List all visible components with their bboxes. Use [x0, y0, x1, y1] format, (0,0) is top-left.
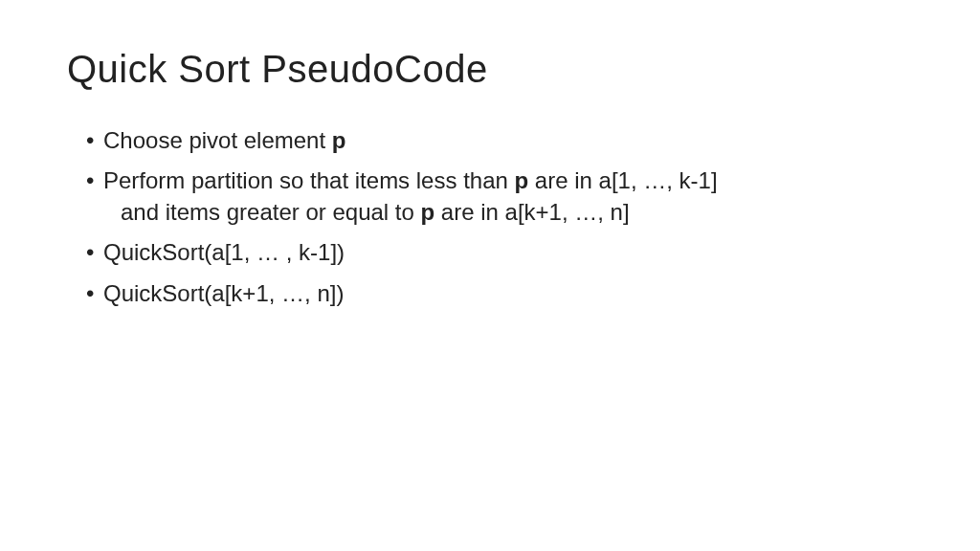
bullet-item-4: QuickSort(a[k+1, …, n]): [86, 278, 913, 309]
bullet-2-line2: and items greater or equal to p are in a…: [121, 197, 913, 228]
bullet-2-line1-post: are in a[1, …, k-1]: [528, 167, 717, 193]
bullet-item-2: Perform partition so that items less tha…: [86, 165, 913, 228]
bullet-item-3: QuickSort(a[1, … , k-1]): [86, 237, 913, 268]
bullet-2-line2-bold: p: [421, 199, 435, 225]
bullet-2-line1-bold: p: [515, 167, 529, 193]
bullet-1-bold: p: [332, 127, 346, 153]
bullet-2-line2-pre: and items greater or equal to: [121, 199, 421, 225]
slide: Quick Sort PseudoCode Choose pivot eleme…: [0, 0, 980, 551]
bullet-item-1: Choose pivot element p: [86, 125, 913, 156]
bullet-2-line2-post: are in a[k+1, …, n]: [434, 199, 629, 225]
bullet-2-line1-pre: Perform partition so that items less tha…: [103, 167, 515, 193]
slide-title: Quick Sort PseudoCode: [67, 48, 913, 91]
bullet-list: Choose pivot element p Perform partition…: [67, 125, 913, 309]
bullet-1-text: Choose pivot element: [103, 127, 332, 153]
